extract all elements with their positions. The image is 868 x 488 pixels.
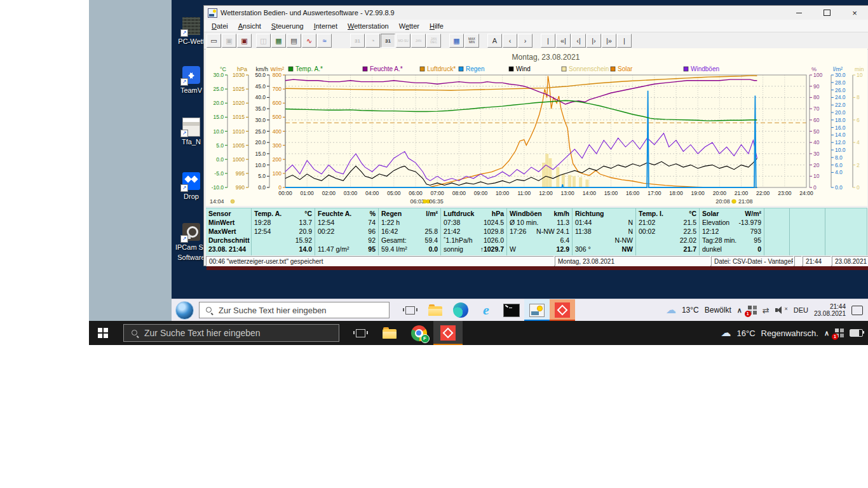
nav-prev-button[interactable]: ‹| (571, 34, 586, 48)
table-row: Durchschnitt (206, 236, 251, 245)
layout-button[interactable]: ◫ (256, 34, 271, 48)
nav-first-button[interactable]: | (541, 34, 555, 48)
view-table-button[interactable]: ▦ (449, 34, 464, 48)
notification-icon[interactable] (851, 306, 863, 315)
start-button[interactable] (98, 328, 108, 338)
taskbar-explorer-button[interactable] (375, 321, 404, 345)
nav-next-fast-button[interactable]: |» (602, 34, 616, 48)
desktop-icon-label: IPCam Su (175, 243, 207, 252)
menu-hilfe[interactable]: Hilfe (424, 22, 449, 30)
svg-text:200: 200 (273, 156, 281, 163)
menu-steuerung[interactable]: Steuerung (266, 22, 309, 30)
menu-internet[interactable]: Internet (309, 22, 342, 30)
volume-muted-icon[interactable]: × (775, 306, 788, 315)
desktop-icon-label: Tfa_N (182, 138, 201, 146)
view-month-button[interactable]: JAN (411, 34, 426, 48)
cell-label: 21:02 (639, 219, 655, 226)
table-row (790, 227, 825, 236)
tray-weather-temp[interactable]: 16°C (737, 329, 756, 338)
menu-wetterstation[interactable]: Wetterstation (342, 22, 394, 30)
anydesk-icon (440, 325, 456, 341)
svg-text:90: 90 (813, 83, 820, 90)
cell-value: 14.0 (299, 245, 312, 253)
scroll-right-button[interactable]: › (518, 34, 532, 48)
inner-pinned-apps: e (397, 299, 575, 321)
nav-last-button[interactable]: | (617, 34, 632, 48)
font-button[interactable]: A (487, 34, 502, 48)
weather-cloud-icon[interactable]: ☁ (666, 305, 676, 315)
menu-wetter[interactable]: Wetter (394, 22, 424, 30)
edit-values-button[interactable]: ▦ (271, 34, 286, 48)
cmd-icon (503, 304, 520, 317)
scroll-left-button[interactable]: ‹ (503, 34, 517, 48)
chevron-up-icon[interactable]: ∧ (737, 306, 742, 315)
taskbar-anydesk-button[interactable] (433, 321, 463, 345)
taskbar-chrome-button[interactable]: F (404, 321, 433, 345)
svg-text:8.0: 8.0 (835, 154, 843, 161)
view-week-button[interactable]: MO-SU (396, 34, 410, 48)
cell-label: Luftdruck (444, 210, 474, 217)
desktop-icon-label: PC-Wett (178, 37, 204, 46)
svg-text:02:00: 02:00 (322, 190, 336, 196)
weather-cloud-icon[interactable]: ☁ (721, 328, 731, 338)
taskbar-task-view-button[interactable] (346, 321, 375, 345)
keyboard-language[interactable]: DEU (794, 306, 808, 314)
cell-label: 23.08. 21:44 (208, 245, 246, 253)
annotation-button[interactable]: ▭ (207, 34, 221, 48)
cell-value: 95 (368, 245, 376, 253)
cell-value: 15.92 (295, 236, 312, 244)
tray-weather-condition[interactable]: Regenwahrsch. (761, 329, 818, 338)
battery-icon[interactable] (850, 329, 863, 337)
table-row: 16:4225.8 (379, 227, 440, 236)
graph-multi-button[interactable]: ≈ (317, 34, 332, 48)
chevron-up-icon[interactable]: ∧ (824, 329, 829, 337)
cell-label: sonnig (444, 245, 463, 253)
graph-single-button[interactable]: ∿ (302, 34, 316, 48)
view-day-button[interactable]: 31 (381, 34, 395, 48)
view-year-button[interactable]: JAN DEC (426, 34, 441, 48)
cell-value: 793 (750, 227, 761, 235)
taskbar-edge-button[interactable] (448, 299, 473, 321)
table-row: LuftdruckhPa (441, 208, 506, 218)
menu-datei[interactable]: Datei (207, 22, 233, 30)
maximize-button[interactable] (817, 7, 836, 18)
titlebar[interactable]: Wetterstation Bedien- und Auswertesoftwa… (204, 6, 868, 20)
connectivity-icon[interactable]: ⇄ (763, 306, 770, 315)
updates-badge-icon[interactable]: 1 (835, 329, 844, 337)
svg-text:16:00: 16:00 (626, 190, 640, 196)
inner-search-input[interactable]: Zur Suche Text hier eingeben (199, 302, 390, 318)
taskbar-explorer-button[interactable] (423, 299, 448, 321)
cell-label: Tag:28 min. (702, 236, 736, 244)
table-row: Sensor (206, 208, 251, 218)
clock[interactable]: 21:44 23.08.2021 (814, 303, 846, 317)
taskbar-anydesk-button[interactable] (550, 299, 575, 321)
nav-next-button[interactable]: |› (587, 34, 601, 48)
inner-start-button[interactable] (175, 301, 194, 320)
menu-ansicht[interactable]: Ansicht (233, 22, 266, 30)
desktop-root: ↗PC-Wett↗TeamV↗Tfa_N↗Drop↗IPCam SuSoftwa… (0, 0, 868, 488)
taskbar-task-view-button[interactable] (397, 299, 423, 321)
edge-icon (453, 302, 468, 318)
taskbar-wetterstation-button[interactable] (524, 299, 550, 321)
save-export-button[interactable]: ▣ (237, 34, 252, 48)
clock-view-button[interactable]: ◔ (365, 34, 380, 48)
print-button[interactable]: ▤ (287, 34, 301, 48)
minimize-button[interactable] (789, 7, 808, 18)
table-row: 11:38N (573, 227, 635, 236)
updates-badge-icon[interactable]: 1 (748, 306, 757, 315)
svg-text:70: 70 (813, 105, 820, 112)
zoom-day-button[interactable]: 31 (350, 34, 365, 48)
outer-search-input[interactable]: Zur Suche Text hier eingeben (123, 324, 339, 342)
tray-weather-condition[interactable]: Bewölkt (705, 306, 731, 315)
svg-text:700: 700 (273, 86, 281, 92)
table-row: Elevation-13.979 (700, 218, 764, 227)
taskbar-cmd-button[interactable] (499, 299, 524, 321)
tray-weather-temp[interactable]: 13°C (682, 306, 699, 315)
nav-prev-fast-button[interactable]: «| (556, 34, 571, 48)
view-minmax-button[interactable]: MAX MIN (465, 34, 479, 48)
inner-taskbar: Zur Suche Text hier eingeben e ☁ 13°C Be… (172, 299, 868, 321)
save-button[interactable]: ▣ (222, 34, 236, 48)
close-button[interactable]: × (845, 7, 864, 18)
cell-label: 00:22 (318, 227, 334, 235)
taskbar-ie-button[interactable]: e (473, 299, 499, 321)
